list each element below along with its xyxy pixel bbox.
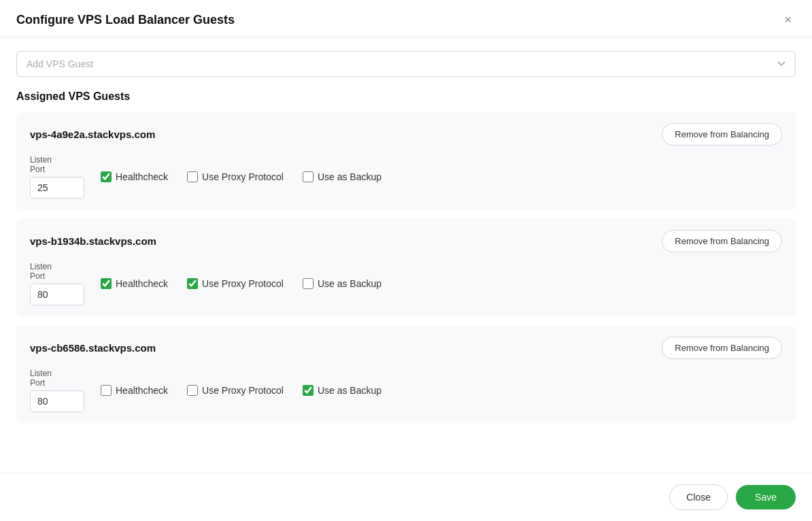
- modal-title: Configure VPS Load Balancer Guests: [16, 13, 235, 27]
- use-as-backup-checkbox-2[interactable]: [303, 278, 314, 289]
- listen-port-input-3[interactable]: [30, 390, 84, 412]
- guest-options-3: ListenPort Healthcheck Use Proxy Protoco…: [30, 369, 782, 412]
- use-proxy-protocol-checkbox-3[interactable]: [187, 385, 198, 396]
- remove-from-balancing-button-2[interactable]: Remove from Balancing: [662, 230, 782, 252]
- use-as-backup-group-2[interactable]: Use as Backup: [303, 278, 382, 289]
- use-as-backup-label-3: Use as Backup: [318, 385, 382, 396]
- listen-port-input-2[interactable]: [30, 284, 84, 305]
- healthcheck-label-1: Healthcheck: [116, 171, 168, 182]
- healthcheck-group-3[interactable]: Healthcheck: [101, 385, 168, 396]
- guest-card-1: vps-4a9e2a.stackvps.com Remove from Bala…: [16, 112, 796, 209]
- save-button[interactable]: Save: [736, 485, 796, 509]
- healthcheck-checkbox-1[interactable]: [101, 171, 112, 182]
- modal-footer: Close Save: [0, 473, 812, 521]
- healthcheck-label-3: Healthcheck: [116, 385, 168, 396]
- modal-close-button[interactable]: ×: [780, 12, 796, 27]
- use-as-backup-checkbox-3[interactable]: [303, 385, 314, 396]
- listen-port-label-3: ListenPort: [30, 369, 84, 388]
- guest-card-header-2: vps-b1934b.stackvps.com Remove from Bala…: [30, 230, 782, 252]
- guest-options-2: ListenPort Healthcheck Use Proxy Protoco…: [30, 262, 782, 305]
- modal-header: Configure VPS Load Balancer Guests ×: [0, 0, 812, 37]
- guest-card-header-3: vps-cb6586.stackvps.com Remove from Bala…: [30, 337, 782, 359]
- use-as-backup-label-2: Use as Backup: [318, 278, 382, 289]
- guest-name-1: vps-4a9e2a.stackvps.com: [30, 129, 155, 140]
- remove-from-balancing-button-3[interactable]: Remove from Balancing: [662, 337, 782, 359]
- healthcheck-group-1[interactable]: Healthcheck: [101, 171, 168, 182]
- modal: Configure VPS Load Balancer Guests × Add…: [0, 0, 812, 521]
- healthcheck-label-2: Healthcheck: [116, 278, 168, 289]
- use-proxy-protocol-label-1: Use Proxy Protocol: [202, 171, 284, 182]
- guests-container: vps-4a9e2a.stackvps.com Remove from Bala…: [16, 112, 796, 423]
- listen-port-label-2: ListenPort: [30, 262, 84, 281]
- healthcheck-checkbox-2[interactable]: [101, 278, 112, 289]
- section-title: Assigned VPS Guests: [16, 90, 796, 103]
- use-as-backup-group-1[interactable]: Use as Backup: [303, 171, 382, 182]
- close-button[interactable]: Close: [669, 484, 728, 510]
- guest-name-2: vps-b1934b.stackvps.com: [30, 235, 156, 247]
- use-as-backup-checkbox-1[interactable]: [303, 171, 314, 182]
- healthcheck-group-2[interactable]: Healthcheck: [101, 278, 168, 289]
- guest-name-3: vps-cb6586.stackvps.com: [30, 342, 156, 354]
- healthcheck-checkbox-3[interactable]: [101, 385, 112, 396]
- use-proxy-protocol-label-2: Use Proxy Protocol: [202, 278, 284, 289]
- use-proxy-protocol-label-3: Use Proxy Protocol: [202, 385, 284, 396]
- use-proxy-protocol-group-1[interactable]: Use Proxy Protocol: [187, 171, 284, 182]
- use-proxy-protocol-group-3[interactable]: Use Proxy Protocol: [187, 385, 284, 396]
- listen-port-group-3: ListenPort: [30, 369, 84, 412]
- guest-card-2: vps-b1934b.stackvps.com Remove from Bala…: [16, 219, 796, 316]
- add-vps-guest-select[interactable]: Add VPS Guest: [16, 51, 796, 77]
- use-as-backup-group-3[interactable]: Use as Backup: [303, 385, 382, 396]
- listen-port-group-2: ListenPort: [30, 262, 84, 305]
- use-as-backup-label-1: Use as Backup: [318, 171, 382, 182]
- listen-port-input-1[interactable]: [30, 177, 84, 199]
- modal-body: Add VPS Guest Assigned VPS Guests vps-4a…: [0, 37, 812, 473]
- guest-card-header-1: vps-4a9e2a.stackvps.com Remove from Bala…: [30, 123, 782, 146]
- use-proxy-protocol-checkbox-1[interactable]: [187, 171, 198, 182]
- remove-from-balancing-button-1[interactable]: Remove from Balancing: [662, 123, 782, 146]
- listen-port-label-1: ListenPort: [30, 155, 84, 174]
- use-proxy-protocol-group-2[interactable]: Use Proxy Protocol: [187, 278, 284, 289]
- use-proxy-protocol-checkbox-2[interactable]: [187, 278, 198, 289]
- guest-card-3: vps-cb6586.stackvps.com Remove from Bala…: [16, 326, 796, 423]
- listen-port-group-1: ListenPort: [30, 155, 84, 199]
- guest-options-1: ListenPort Healthcheck Use Proxy Protoco…: [30, 155, 782, 199]
